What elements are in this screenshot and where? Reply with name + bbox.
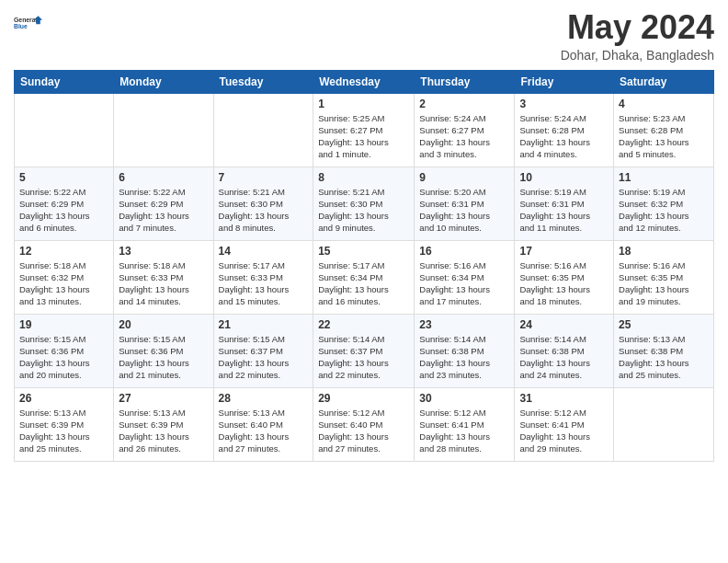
day-info-8: Sunrise: 5:21 AM Sunset: 6:30 PM Dayligh…: [318, 186, 409, 235]
day-info-6: Sunrise: 5:22 AM Sunset: 6:29 PM Dayligh…: [119, 186, 208, 235]
day-info-4: Sunrise: 5:23 AM Sunset: 6:28 PM Dayligh…: [619, 112, 709, 161]
day-info-20: Sunrise: 5:15 AM Sunset: 6:36 PM Dayligh…: [119, 333, 208, 382]
calendar-cell-w4-d4: 23Sunrise: 5:14 AM Sunset: 6:38 PM Dayli…: [415, 314, 515, 387]
day-info-24: Sunrise: 5:14 AM Sunset: 6:38 PM Dayligh…: [519, 333, 609, 382]
day-info-26: Sunrise: 5:13 AM Sunset: 6:39 PM Dayligh…: [19, 407, 108, 455]
calendar-cell-w3-d1: 13Sunrise: 5:18 AM Sunset: 6:33 PM Dayli…: [114, 240, 213, 314]
day-number-28: 28: [219, 392, 309, 405]
calendar-cell-w1-d6: 4Sunrise: 5:23 AM Sunset: 6:28 PM Daylig…: [614, 93, 714, 167]
calendar-cell-w3-d6: 18Sunrise: 5:16 AM Sunset: 6:35 PM Dayli…: [614, 240, 714, 314]
day-info-14: Sunrise: 5:17 AM Sunset: 6:33 PM Dayligh…: [219, 259, 309, 308]
page: General Blue May 2024 Dohar, Dhaka, Bang…: [0, 0, 728, 476]
day-info-16: Sunrise: 5:16 AM Sunset: 6:34 PM Dayligh…: [419, 259, 509, 308]
day-info-31: Sunrise: 5:12 AM Sunset: 6:41 PM Dayligh…: [519, 407, 609, 455]
day-info-28: Sunrise: 5:13 AM Sunset: 6:40 PM Dayligh…: [219, 407, 309, 455]
calendar-cell-w1-d2: [213, 93, 313, 167]
day-number-20: 20: [119, 318, 208, 331]
day-info-21: Sunrise: 5:15 AM Sunset: 6:37 PM Dayligh…: [219, 333, 309, 382]
calendar-cell-w1-d1: [114, 93, 213, 167]
day-info-10: Sunrise: 5:19 AM Sunset: 6:31 PM Dayligh…: [519, 186, 609, 235]
calendar-cell-w2-d6: 11Sunrise: 5:19 AM Sunset: 6:32 PM Dayli…: [614, 167, 714, 240]
day-info-3: Sunrise: 5:24 AM Sunset: 6:28 PM Dayligh…: [519, 112, 609, 161]
day-info-29: Sunrise: 5:12 AM Sunset: 6:40 PM Dayligh…: [318, 407, 409, 455]
day-number-1: 1: [318, 98, 409, 110]
calendar-cell-w4-d0: 19Sunrise: 5:15 AM Sunset: 6:36 PM Dayli…: [15, 314, 114, 387]
calendar-cell-w2-d5: 10Sunrise: 5:19 AM Sunset: 6:31 PM Dayli…: [515, 167, 614, 240]
day-number-11: 11: [619, 171, 709, 184]
day-info-12: Sunrise: 5:18 AM Sunset: 6:32 PM Dayligh…: [19, 259, 108, 308]
header: General Blue May 2024 Dohar, Dhaka, Bang…: [14, 9, 714, 63]
day-number-2: 2: [419, 98, 509, 110]
calendar-cell-w3-d3: 15Sunrise: 5:17 AM Sunset: 6:34 PM Dayli…: [313, 240, 415, 314]
day-number-12: 12: [19, 245, 108, 258]
calendar-cell-w3-d2: 14Sunrise: 5:17 AM Sunset: 6:33 PM Dayli…: [213, 240, 313, 314]
header-thursday: Thursday: [415, 70, 515, 93]
calendar-cell-w1-d4: 2Sunrise: 5:24 AM Sunset: 6:27 PM Daylig…: [415, 93, 515, 167]
day-info-15: Sunrise: 5:17 AM Sunset: 6:34 PM Dayligh…: [318, 259, 409, 308]
calendar-cell-w5-d0: 26Sunrise: 5:13 AM Sunset: 6:39 PM Dayli…: [15, 387, 114, 461]
header-monday: Monday: [114, 70, 213, 93]
calendar-cell-w2-d2: 7Sunrise: 5:21 AM Sunset: 6:30 PM Daylig…: [213, 167, 313, 240]
day-number-30: 30: [419, 392, 509, 405]
day-info-7: Sunrise: 5:21 AM Sunset: 6:30 PM Dayligh…: [219, 186, 309, 235]
day-number-9: 9: [419, 171, 509, 184]
calendar-cell-w2-d0: 5Sunrise: 5:22 AM Sunset: 6:29 PM Daylig…: [15, 167, 114, 240]
day-info-22: Sunrise: 5:14 AM Sunset: 6:37 PM Dayligh…: [318, 333, 409, 382]
day-info-5: Sunrise: 5:22 AM Sunset: 6:29 PM Dayligh…: [19, 186, 108, 235]
week-row-5: 26Sunrise: 5:13 AM Sunset: 6:39 PM Dayli…: [15, 387, 714, 461]
logo: General Blue: [14, 9, 43, 35]
week-row-2: 5Sunrise: 5:22 AM Sunset: 6:29 PM Daylig…: [15, 167, 714, 240]
day-info-17: Sunrise: 5:16 AM Sunset: 6:35 PM Dayligh…: [519, 259, 609, 308]
day-number-17: 17: [519, 245, 609, 258]
calendar-cell-w3-d4: 16Sunrise: 5:16 AM Sunset: 6:34 PM Dayli…: [415, 240, 515, 314]
month-title: May 2024: [561, 9, 714, 46]
day-info-25: Sunrise: 5:13 AM Sunset: 6:38 PM Dayligh…: [619, 333, 709, 382]
day-number-22: 22: [318, 318, 409, 331]
day-info-30: Sunrise: 5:12 AM Sunset: 6:41 PM Dayligh…: [419, 407, 509, 455]
week-row-3: 12Sunrise: 5:18 AM Sunset: 6:32 PM Dayli…: [15, 240, 714, 314]
day-number-16: 16: [419, 245, 509, 258]
day-number-7: 7: [219, 171, 309, 184]
day-info-13: Sunrise: 5:18 AM Sunset: 6:33 PM Dayligh…: [119, 259, 208, 308]
day-info-18: Sunrise: 5:16 AM Sunset: 6:35 PM Dayligh…: [619, 259, 709, 308]
day-info-11: Sunrise: 5:19 AM Sunset: 6:32 PM Dayligh…: [619, 186, 709, 235]
calendar-cell-w5-d2: 28Sunrise: 5:13 AM Sunset: 6:40 PM Dayli…: [213, 387, 313, 461]
day-number-29: 29: [318, 392, 409, 405]
day-number-4: 4: [619, 98, 709, 110]
day-number-19: 19: [19, 318, 108, 331]
calendar-cell-w1-d5: 3Sunrise: 5:24 AM Sunset: 6:28 PM Daylig…: [515, 93, 614, 167]
day-info-27: Sunrise: 5:13 AM Sunset: 6:39 PM Dayligh…: [119, 407, 208, 455]
day-info-19: Sunrise: 5:15 AM Sunset: 6:36 PM Dayligh…: [19, 333, 108, 382]
title-block: May 2024 Dohar, Dhaka, Bangladesh: [561, 9, 714, 63]
day-number-21: 21: [219, 318, 309, 331]
calendar-cell-w3-d5: 17Sunrise: 5:16 AM Sunset: 6:35 PM Dayli…: [515, 240, 614, 314]
weekday-header-row: Sunday Monday Tuesday Wednesday Thursday…: [15, 70, 714, 93]
calendar-cell-w2-d1: 6Sunrise: 5:22 AM Sunset: 6:29 PM Daylig…: [114, 167, 213, 240]
week-row-4: 19Sunrise: 5:15 AM Sunset: 6:36 PM Dayli…: [15, 314, 714, 387]
svg-text:Blue: Blue: [14, 23, 28, 29]
calendar-cell-w4-d1: 20Sunrise: 5:15 AM Sunset: 6:36 PM Dayli…: [114, 314, 213, 387]
calendar-cell-w5-d4: 30Sunrise: 5:12 AM Sunset: 6:41 PM Dayli…: [415, 387, 515, 461]
location-subtitle: Dohar, Dhaka, Bangladesh: [561, 48, 714, 63]
calendar-cell-w3-d0: 12Sunrise: 5:18 AM Sunset: 6:32 PM Dayli…: [15, 240, 114, 314]
calendar-table: Sunday Monday Tuesday Wednesday Thursday…: [14, 70, 714, 462]
day-number-26: 26: [19, 392, 108, 405]
logo-icon: General Blue: [14, 9, 43, 35]
calendar-cell-w5-d1: 27Sunrise: 5:13 AM Sunset: 6:39 PM Dayli…: [114, 387, 213, 461]
calendar-cell-w4-d2: 21Sunrise: 5:15 AM Sunset: 6:37 PM Dayli…: [213, 314, 313, 387]
calendar-cell-w1-d3: 1Sunrise: 5:25 AM Sunset: 6:27 PM Daylig…: [313, 93, 415, 167]
day-number-24: 24: [519, 318, 609, 331]
day-info-1: Sunrise: 5:25 AM Sunset: 6:27 PM Dayligh…: [318, 112, 409, 161]
day-number-10: 10: [519, 171, 609, 184]
calendar-cell-w1-d0: [15, 93, 114, 167]
day-number-8: 8: [318, 171, 409, 184]
calendar-cell-w4-d6: 25Sunrise: 5:13 AM Sunset: 6:38 PM Dayli…: [614, 314, 714, 387]
day-number-31: 31: [519, 392, 609, 405]
day-info-9: Sunrise: 5:20 AM Sunset: 6:31 PM Dayligh…: [419, 186, 509, 235]
svg-text:General: General: [14, 17, 38, 23]
day-number-27: 27: [119, 392, 208, 405]
day-number-6: 6: [119, 171, 208, 184]
day-number-5: 5: [19, 171, 108, 184]
header-friday: Friday: [515, 70, 614, 93]
calendar-cell-w5-d3: 29Sunrise: 5:12 AM Sunset: 6:40 PM Dayli…: [313, 387, 415, 461]
